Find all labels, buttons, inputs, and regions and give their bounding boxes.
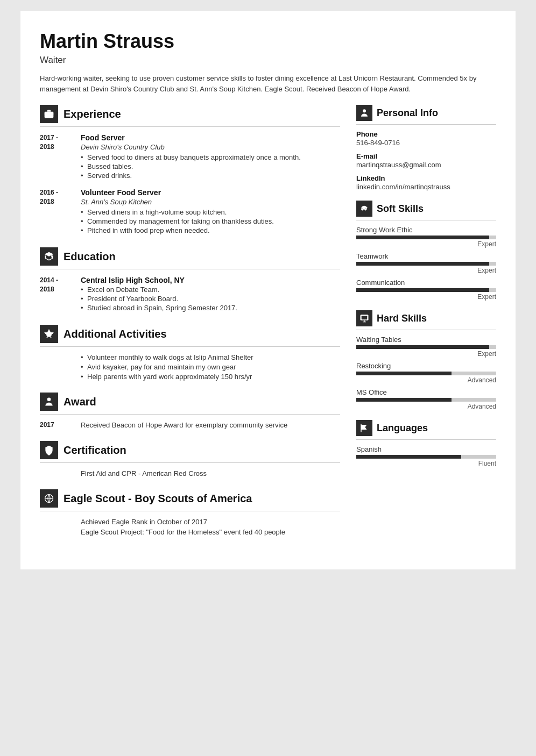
handshake-icon — [359, 204, 369, 213]
award-person-icon — [44, 396, 54, 407]
briefcase-icon — [44, 109, 54, 119]
hard-skill-3-bar — [356, 398, 496, 402]
soft-skill-2-fill — [356, 262, 489, 266]
certification-title: Certification — [64, 444, 126, 457]
svg-rect-7 — [51, 330, 52, 332]
experience-section: Experience 2017 -2018 Food Server Devin … — [40, 105, 340, 236]
exp-company-2: St. Ann's Soup Kitchen — [81, 198, 340, 206]
education-header: Education — [40, 247, 340, 266]
personal-info-title: Personal Info — [377, 108, 438, 119]
edu-date-1: 2014 -2018 — [40, 276, 72, 313]
personal-info-divider — [356, 124, 496, 125]
activity-3: Help parents with yard work approximatel… — [81, 373, 340, 381]
soft-skills-list: Strong Work Ethic Expert Teamwork Expert — [356, 226, 496, 301]
eagle-scout-title: Eagle Scout - Boy Scouts of America — [64, 493, 252, 505]
email-label: E-mail — [356, 152, 496, 160]
soft-skill-1-bar — [356, 236, 496, 239]
exp-bullet-1-2: Bussed tables. — [81, 162, 340, 170]
hard-skills-section: Hard Skills Waiting Tables Expert Restoc… — [356, 310, 496, 410]
soft-skills-icon — [356, 201, 372, 217]
language-1-bar — [356, 455, 496, 459]
soft-skill-2-level: Expert — [356, 267, 496, 274]
exp-date-1: 2017 -2018 — [40, 133, 72, 181]
soft-skill-1-name: Strong Work Ethic — [356, 226, 496, 234]
exp-job-title-2: Volunteer Food Server — [81, 188, 340, 197]
soft-skill-2-name: Teamwork — [356, 252, 496, 260]
linkedin-value: linkedin.com/in/martinqstrauss — [356, 183, 496, 191]
hard-skill-1-bar — [356, 345, 496, 349]
award-header: Award — [40, 393, 340, 411]
phone-value: 516-849-0716 — [356, 139, 496, 147]
soft-skill-3-fill — [356, 288, 489, 292]
experience-header: Experience — [40, 105, 340, 123]
languages-header: Languages — [356, 420, 496, 436]
hard-skill-3-level: Advanced — [356, 403, 496, 410]
hard-skills-divider — [356, 330, 496, 330]
exp-bullet-2-2: Commended by management for taking on th… — [81, 217, 340, 225]
eagle-scout-bsa-icon — [44, 493, 54, 504]
activities-divider — [40, 346, 340, 347]
activity-1: Volunteer monthly to walk dogs at Islip … — [81, 353, 340, 361]
edu-content-1: Central Islip High School, NY Excel on D… — [81, 276, 340, 313]
personal-info-section: Personal Info Phone 516-849-0716 E-mail … — [356, 105, 496, 191]
eagle-scout-header: Eagle Scout - Boy Scouts of America — [40, 489, 340, 508]
exp-bullet-1-1: Served food to diners at busy banquets a… — [81, 153, 340, 161]
hard-skills-list: Waiting Tables Expert Restocking Advance… — [356, 336, 496, 410]
exp-content-2: Volunteer Food Server St. Ann's Soup Kit… — [81, 188, 340, 236]
edu-entry-1: 2014 -2018 Central Islip High School, NY… — [40, 276, 340, 313]
hard-skill-2-name: Restocking — [356, 362, 496, 370]
education-section: Education 2014 -2018 Central Islip High … — [40, 247, 340, 313]
exp-job-title-1: Food Server — [81, 133, 340, 142]
email-value: martinqstrauss@gmail.com — [356, 161, 496, 169]
experience-divider — [40, 126, 340, 127]
candidate-summary: Hard-working waiter, seeking to use prov… — [40, 73, 496, 94]
soft-skill-2-bar — [356, 262, 496, 266]
candidate-title: Waiter — [40, 55, 496, 66]
education-title: Education — [64, 251, 116, 263]
hard-skill-3: MS Office Advanced — [356, 388, 496, 410]
email-item: E-mail martinqstrauss@gmail.com — [356, 152, 496, 169]
eagle-scout-section: Eagle Scout - Boy Scouts of America Achi… — [40, 489, 340, 536]
exp-entry-2: 2016 -2018 Volunteer Food Server St. Ann… — [40, 188, 340, 236]
eagle-scout-icon — [40, 489, 58, 508]
svg-point-11 — [363, 109, 366, 112]
soft-skill-3-name: Communication — [356, 279, 496, 287]
soft-skill-3-level: Expert — [356, 293, 496, 301]
person-icon — [359, 108, 369, 118]
exp-bullet-1-3: Served drinks. — [81, 172, 340, 180]
linkedin-item: LinkedIn linkedin.com/in/martinqstrauss — [356, 174, 496, 191]
certification-section: Certification First Aid and CPR - Americ… — [40, 441, 340, 477]
languages-section: Languages Spanish Fluent — [356, 420, 496, 467]
monitor-icon — [359, 313, 369, 323]
soft-skill-1: Strong Work Ethic Expert — [356, 226, 496, 248]
certification-header: Certification — [40, 441, 340, 459]
hard-skills-title: Hard Skills — [377, 313, 427, 324]
experience-entries: 2017 -2018 Food Server Devin Shiro's Cou… — [40, 133, 340, 236]
hard-skill-1: Waiting Tables Expert — [356, 336, 496, 358]
award-icon — [40, 393, 58, 411]
soft-skill-3-bar — [356, 288, 496, 292]
award-text: Received Beacon of Hope Award for exempl… — [81, 421, 287, 429]
certification-icon — [40, 441, 58, 459]
hard-skill-1-level: Expert — [356, 350, 496, 358]
candidate-name: Martin Strauss — [40, 30, 496, 53]
exp-bullet-2-1: Served diners in a high-volume soup kitc… — [81, 208, 340, 216]
activities-title: Additional Activities — [64, 328, 167, 340]
svg-rect-13 — [362, 316, 368, 320]
star-icon — [44, 329, 54, 339]
edu-school-1: Central Islip High School, NY — [81, 276, 340, 284]
hard-skill-3-name: MS Office — [356, 388, 496, 396]
left-column: Experience 2017 -2018 Food Server Devin … — [40, 105, 340, 548]
eagle-line-2: Eagle Scout Project: "Food for the Homel… — [81, 528, 340, 536]
edu-bullet-1-2: President of Yearbook Board. — [81, 295, 340, 303]
education-divider — [40, 269, 340, 269]
soft-skills-title: Soft Skills — [377, 203, 424, 215]
activity-2: Avid kayaker, pay for and maintain my ow… — [81, 363, 340, 371]
personal-info-header: Personal Info — [356, 105, 496, 121]
edu-bullets-1: Excel on Debate Team. President of Yearb… — [81, 286, 340, 312]
award-divider — [40, 414, 340, 415]
hard-skills-icon — [356, 310, 372, 326]
phone-item: Phone 516-849-0716 — [356, 130, 496, 147]
languages-list: Spanish Fluent — [356, 445, 496, 467]
award-section: Award 2017 Received Beacon of Hope Award… — [40, 393, 340, 429]
